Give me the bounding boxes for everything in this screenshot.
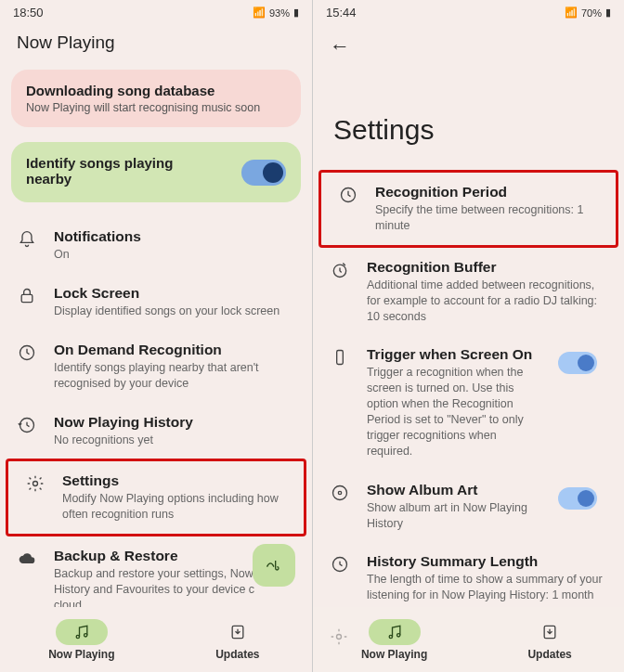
gear-icon bbox=[330, 627, 348, 650]
svg-rect-0 bbox=[21, 294, 32, 302]
back-button[interactable]: ← bbox=[313, 25, 624, 68]
item-recognition-period[interactable]: Recognition PeriodSpecify the time betwe… bbox=[321, 173, 616, 245]
svg-point-12 bbox=[389, 635, 392, 638]
tab-updates[interactable]: Updates bbox=[524, 619, 576, 661]
gear-icon bbox=[25, 474, 46, 493]
identify-card[interactable]: Identify songs playing nearby bbox=[11, 142, 301, 202]
tab-nowplaying[interactable]: Now Playing bbox=[48, 619, 114, 661]
history-icon bbox=[17, 416, 37, 434]
svg-point-11 bbox=[337, 635, 342, 640]
history-icon bbox=[330, 555, 350, 574]
item-notifications[interactable]: NotificationsOn bbox=[0, 217, 312, 274]
svg-point-3 bbox=[76, 635, 79, 638]
phone-icon bbox=[330, 348, 350, 367]
status-bar: 15:44 📶 70% ▮ bbox=[313, 0, 624, 25]
svg-point-2 bbox=[33, 482, 38, 486]
svg-rect-8 bbox=[337, 351, 344, 365]
status-bar: 18:50 📶 93% ▮ bbox=[0, 0, 312, 25]
status-icons: 📶 70% ▮ bbox=[565, 6, 611, 19]
lock-icon bbox=[17, 287, 37, 305]
arrow-back-icon: ← bbox=[330, 34, 350, 58]
item-recognition-buffer[interactable]: Recognition BufferAdditional time added … bbox=[313, 248, 624, 336]
settings-list: Recognition PeriodSpecify the time betwe… bbox=[313, 166, 624, 607]
tab-nowplaying[interactable]: Now Playing bbox=[361, 619, 427, 661]
item-lockscreen[interactable]: Lock ScreenDisplay identified songs on y… bbox=[0, 274, 312, 330]
item-ondemand[interactable]: On Demand RecognitionIdentify songs play… bbox=[0, 330, 312, 403]
item-history-length[interactable]: History Summary LengthThe length of time… bbox=[313, 542, 624, 607]
svg-point-4 bbox=[84, 633, 86, 636]
trigger-toggle[interactable] bbox=[558, 352, 597, 374]
item-history[interactable]: Now Playing HistoryNo recognitions yet bbox=[0, 403, 312, 459]
item-album-art[interactable]: Show Album ArtShow album art in Now Play… bbox=[313, 471, 624, 543]
ondemand-icon bbox=[17, 343, 37, 362]
bottom-nav: Now Playing Updates bbox=[0, 607, 312, 672]
identify-title: Identify songs playing nearby bbox=[26, 155, 202, 187]
status-icons: 📶 93% ▮ bbox=[253, 6, 299, 19]
album-icon bbox=[330, 484, 350, 502]
clock-icon bbox=[338, 186, 358, 204]
download-card: Downloading song database Now Playing wi… bbox=[11, 70, 301, 127]
fab-recognize[interactable] bbox=[253, 544, 295, 587]
identify-toggle[interactable] bbox=[241, 160, 286, 186]
page-title: Settings bbox=[313, 68, 624, 166]
status-time: 18:50 bbox=[13, 6, 44, 19]
right-screen: 15:44 📶 70% ▮ ← Settings Recognition Per… bbox=[312, 0, 624, 672]
download-title: Downloading song database bbox=[26, 83, 286, 98]
status-time: 15:44 bbox=[326, 6, 357, 19]
tab-updates[interactable]: Updates bbox=[212, 619, 264, 661]
bottom-nav: Now Playing Updates bbox=[313, 607, 624, 672]
left-screen: 18:50 📶 93% ▮ Now Playing Downloading so… bbox=[0, 0, 312, 672]
buffer-icon bbox=[330, 261, 350, 279]
album-toggle[interactable] bbox=[558, 487, 597, 510]
bell-icon bbox=[17, 230, 37, 249]
svg-point-9 bbox=[333, 485, 347, 499]
download-sub: Now Playing will start recognising music… bbox=[26, 101, 286, 114]
item-settings[interactable]: SettingsModify Now Playing options inclu… bbox=[8, 461, 304, 534]
page-title: Now Playing bbox=[0, 25, 312, 66]
svg-point-13 bbox=[396, 633, 399, 636]
item-trigger-screen[interactable]: Trigger when Screen OnTrigger a recognit… bbox=[313, 335, 624, 470]
svg-point-10 bbox=[338, 491, 341, 494]
cloud-icon bbox=[17, 549, 37, 568]
